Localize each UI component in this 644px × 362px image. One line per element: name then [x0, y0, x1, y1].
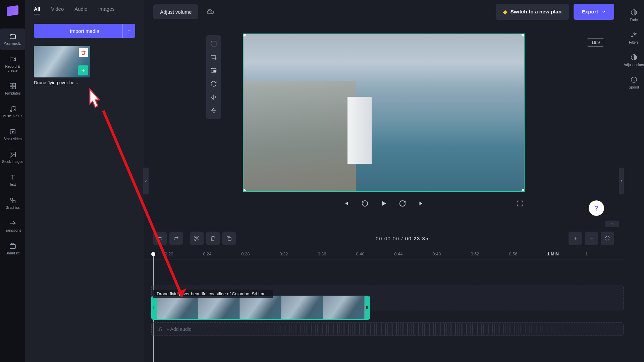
nav-music[interactable]: Music & SFX [0, 101, 25, 122]
rotate-tool[interactable] [210, 80, 217, 87]
svg-rect-12 [13, 200, 15, 203]
delete-button[interactable] [206, 232, 220, 245]
nav-label: Transitions [4, 228, 21, 232]
grid-icon [9, 82, 16, 90]
zoom-in-button[interactable]: + [569, 232, 582, 245]
tab-video[interactable]: Video [51, 6, 64, 14]
tab-images[interactable]: Images [98, 6, 115, 14]
undo-button[interactable] [153, 232, 167, 245]
svg-rect-5 [13, 86, 15, 89]
flip-v-tool[interactable] [210, 107, 217, 114]
nav-label: Templates [5, 91, 21, 95]
switch-plan-button[interactable]: ◆ Switch to a new plan [496, 4, 569, 20]
flip-h-tool[interactable] [210, 94, 217, 101]
nav-label: Text [9, 182, 16, 186]
aspect-ratio-badge[interactable]: 16:9 [587, 38, 604, 47]
svg-point-7 [14, 110, 15, 111]
playback-controls [243, 199, 525, 208]
play-button[interactable] [379, 199, 388, 208]
ruler-tick: 0:48 [432, 248, 471, 259]
fade-icon [630, 9, 638, 16]
import-dropdown[interactable] [122, 24, 135, 38]
audio-track-placeholder[interactable]: + Add audio [151, 322, 624, 336]
nav-label: Your media [4, 42, 21, 46]
resize-handle[interactable] [522, 189, 525, 192]
svg-rect-14 [211, 41, 216, 46]
video-clip[interactable]: II II [151, 296, 370, 320]
timeline-collapse[interactable] [605, 221, 619, 227]
media-thumbnail[interactable]: + [34, 46, 90, 77]
nav-label: Music & SFX [2, 114, 23, 118]
ruler-tick: 0:44 [394, 248, 432, 259]
shapes-icon [9, 197, 16, 204]
pip-tool[interactable] [210, 67, 217, 74]
tab-audio[interactable]: Audio [74, 6, 87, 14]
rewind-button[interactable] [361, 199, 369, 208]
trash-icon [81, 50, 86, 55]
media-item[interactable]: + Drone flying over be... [34, 46, 90, 85]
nav-record[interactable]: Record & create [0, 51, 25, 77]
nav-label: Stock images [2, 160, 23, 164]
fullscreen-button[interactable] [516, 199, 525, 208]
svg-point-17 [195, 236, 197, 238]
split-button[interactable] [190, 232, 204, 245]
skip-back-button[interactable] [342, 199, 351, 208]
help-button[interactable]: ? [589, 200, 604, 216]
tab-all[interactable]: All [34, 6, 40, 14]
clip-trim-left[interactable]: II [152, 296, 157, 319]
mute-button[interactable] [203, 4, 218, 19]
nav-rail: Your media Record & create Templates Mus… [0, 0, 25, 362]
collapse-media-panel[interactable]: ‹ [143, 168, 149, 194]
collapse-right-panel[interactable]: › [619, 168, 624, 194]
preview-tools [206, 35, 221, 119]
select-tool[interactable] [210, 40, 217, 47]
nav-brand-kit[interactable]: Brand kit [0, 238, 25, 259]
resize-handle[interactable] [243, 189, 246, 192]
export-button[interactable]: Export [574, 4, 614, 20]
main-editor: Adjust volume ◆ Switch to a new plan Exp… [144, 0, 624, 362]
zoom-fit-button[interactable] [601, 232, 614, 245]
wand-icon [630, 31, 638, 39]
cloud-off-icon [206, 8, 214, 16]
svg-rect-16 [214, 70, 216, 71]
delete-media-button[interactable] [79, 48, 88, 57]
forward-button[interactable] [398, 199, 407, 208]
adjust-volume-button[interactable]: Adjust volume [153, 4, 198, 19]
import-media-button[interactable]: Import media [34, 24, 135, 38]
resize-handle[interactable] [522, 34, 525, 37]
ruler-tick: 1 [585, 248, 624, 259]
fade-tool[interactable]: Fade [630, 9, 638, 22]
nav-your-media[interactable]: Your media [0, 28, 25, 50]
adjust-colors-tool[interactable]: Adjust colors [624, 54, 644, 67]
ruler-tick: 0:36 [318, 248, 356, 259]
add-media-button[interactable]: + [78, 65, 88, 75]
ruler-tick: 0:20 [165, 248, 203, 259]
media-grid: + Drone flying over be... [25, 46, 144, 85]
skip-forward-button[interactable] [417, 199, 426, 208]
text-icon [9, 174, 16, 181]
nav-transitions[interactable]: Transitions [0, 215, 25, 237]
timeline-ruler[interactable]: 0:20 0:24 0:28 0:32 0:36 0:40 0:44 0:48 … [144, 248, 624, 259]
music-icon [158, 326, 163, 332]
speed-tool[interactable]: Speed [629, 76, 639, 89]
zoom-out-button[interactable]: − [585, 232, 598, 245]
diamond-icon: ◆ [503, 9, 507, 15]
nav-graphics[interactable]: Graphics [0, 192, 25, 214]
crop-tool[interactable] [210, 53, 217, 61]
clip-trim-right[interactable]: II [365, 296, 369, 319]
ruler-tick: 0:24 [203, 248, 241, 259]
add-audio-label: + Add audio [166, 326, 191, 332]
media-tabs: All Video Audio Images [25, 6, 144, 19]
nav-text[interactable]: Text [0, 169, 25, 191]
duplicate-button[interactable] [222, 232, 236, 245]
nav-stock-images[interactable]: Stock images [0, 146, 25, 168]
svg-rect-3 [13, 83, 15, 86]
timeline-tracks[interactable]: Drone flying over beautiful coastline of… [144, 259, 624, 362]
redo-button[interactable] [169, 232, 183, 245]
resize-handle[interactable] [243, 34, 246, 37]
filters-tool[interactable]: Filters [629, 31, 639, 44]
camera-icon [9, 56, 16, 63]
nav-templates[interactable]: Templates [0, 78, 25, 100]
preview-canvas[interactable] [243, 34, 525, 192]
nav-stock-video[interactable]: Stock video [0, 124, 25, 145]
